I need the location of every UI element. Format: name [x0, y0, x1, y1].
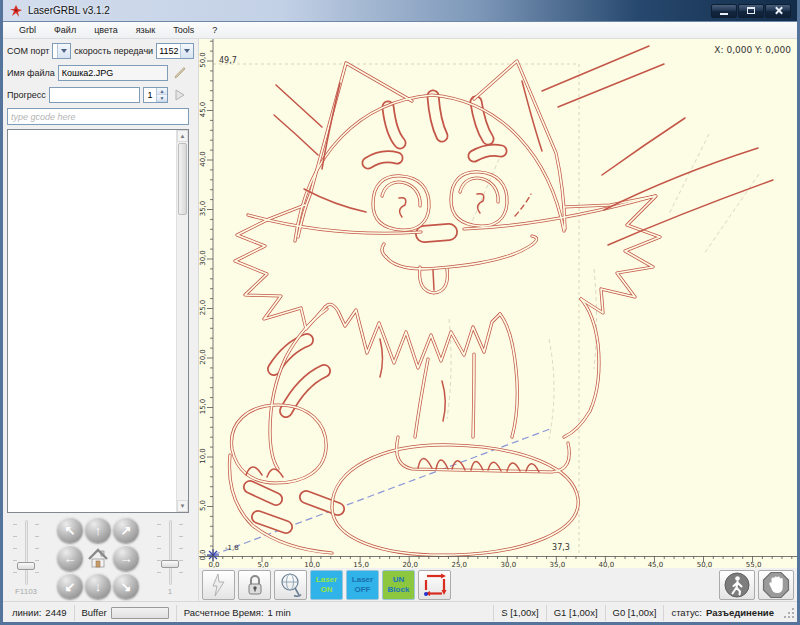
- maximize-button[interactable]: [738, 4, 764, 18]
- ruler-label: 50,0: [697, 561, 713, 568]
- grbl-config-button[interactable]: [274, 570, 307, 600]
- jog-right-button[interactable]: →: [113, 545, 139, 571]
- jog-up-left-button[interactable]: ↖: [57, 517, 83, 543]
- laser-on-button[interactable]: Laser ON: [310, 570, 343, 600]
- ruler-label: 15,0: [199, 399, 207, 415]
- ruler-label: 20,0: [199, 349, 207, 365]
- menu-colors[interactable]: цвета: [86, 23, 126, 37]
- stop-job-button[interactable]: [758, 570, 794, 600]
- edit-file-button[interactable]: [171, 64, 189, 82]
- globe-icon: [279, 572, 303, 598]
- maximize-icon: [747, 7, 755, 14]
- scrollbar-thumb[interactable]: [178, 143, 187, 215]
- step-slider[interactable]: 1: [153, 520, 187, 596]
- jog-home-button[interactable]: [85, 545, 111, 571]
- gcode-input[interactable]: [7, 108, 189, 125]
- position-readout: X: 0,000 Y: 0,000: [714, 45, 791, 55]
- unblock-button[interactable]: UN Block: [382, 570, 415, 600]
- log-scrollbar[interactable]: ▲ ▼: [176, 130, 188, 512]
- bounds-width-label: 37,3: [552, 543, 570, 552]
- baud-select[interactable]: 1152: [156, 43, 194, 59]
- padlock-icon: [244, 573, 266, 597]
- ruler-label: 10,0: [304, 561, 320, 568]
- minimize-button[interactable]: [711, 4, 737, 18]
- ruler-label: 5,0: [199, 500, 207, 511]
- feedrate-label: F1103: [15, 587, 37, 596]
- close-button[interactable]: [765, 4, 791, 18]
- walking-person-icon: [724, 572, 750, 598]
- stepper-down-icon[interactable]: ▼: [157, 95, 167, 102]
- g1-override: G1 [1,00x]: [554, 607, 598, 618]
- lines-value: 2449: [45, 607, 66, 618]
- ruler-label: 10,0: [199, 448, 207, 464]
- time-label: Расчетное Время:: [184, 607, 264, 618]
- menu-file[interactable]: Файл: [46, 23, 84, 37]
- ruler-label: 20,0: [402, 561, 418, 568]
- minimize-icon: [720, 13, 728, 15]
- ruler-label: 35,0: [199, 201, 207, 217]
- scroll-down-icon[interactable]: ▼: [177, 500, 188, 512]
- close-icon: [774, 6, 783, 15]
- progress-field[interactable]: [49, 87, 140, 103]
- menu-help[interactable]: ?: [204, 23, 225, 37]
- com-port-select[interactable]: [52, 43, 71, 59]
- jog-down-button[interactable]: ↓: [85, 573, 111, 599]
- scroll-up-icon[interactable]: ▲: [177, 130, 188, 142]
- menu-tools[interactable]: Tools: [165, 23, 202, 37]
- passes-stepper[interactable]: 1 ▲ ▼: [143, 87, 168, 103]
- buffer-progressbar: [111, 607, 169, 619]
- laser-off-button[interactable]: Laser OFF: [346, 570, 379, 600]
- progress-label: Прогресс: [7, 90, 46, 100]
- s-override: S [1,00x]: [501, 607, 539, 618]
- jog-down-left-button[interactable]: ↙: [57, 573, 83, 599]
- window-title: LaserGRBL v3.1.2: [28, 5, 110, 16]
- laser-canvas[interactable]: 0,05,010,015,020,025,030,035,040,045,050…: [199, 39, 797, 568]
- gcode-log[interactable]: ▲ ▼: [7, 129, 189, 513]
- resize-grip[interactable]: [783, 607, 795, 619]
- run-program-button[interactable]: [171, 86, 189, 104]
- ruler-label: 50,0: [199, 52, 207, 68]
- jog-pad: ↖ ↑ ↗ ← → ↙ ↓ ↘: [57, 517, 139, 599]
- ruler-label: 40,0: [199, 151, 207, 167]
- ruler-label: 0,0: [199, 549, 207, 560]
- work-canvas-svg: 0,05,010,015,020,025,030,035,040,045,050…: [199, 39, 797, 568]
- status-label: статус:: [671, 607, 702, 618]
- ruler-label: 0,0: [208, 561, 219, 568]
- menu-language[interactable]: язык: [128, 23, 163, 37]
- chevron-down-icon: [180, 44, 193, 58]
- lasergrbl-window: LaserGRBL v3.1.2 Grbl Файл цвета язык To…: [0, 0, 800, 625]
- step-label: 1: [168, 587, 172, 596]
- buffer-label: Buffer: [82, 607, 107, 618]
- slider-thumb[interactable]: [161, 560, 179, 568]
- pencil-icon: [173, 66, 187, 80]
- ruler-label: 55,0: [746, 561, 762, 568]
- filename-field[interactable]: Кошка2.JPG: [58, 65, 168, 81]
- lock-button[interactable]: [238, 570, 271, 600]
- slider-thumb[interactable]: [17, 562, 35, 570]
- origin-label: -1,8: [225, 544, 239, 552]
- ruler-label: 25,0: [451, 561, 467, 568]
- stepper-up-icon[interactable]: ▲: [157, 88, 167, 95]
- feedrate-slider[interactable]: F1103: [9, 520, 43, 596]
- baud-label: скорость передачи: [74, 46, 153, 56]
- ruler-label: 45,0: [199, 102, 207, 118]
- menubar: Grbl Файл цвета язык Tools ?: [3, 22, 797, 39]
- jog-down-right-button[interactable]: ↘: [113, 573, 139, 599]
- control-panel: COM порт скорость передачи 1152: [3, 39, 193, 601]
- bottom-toolbar: Laser ON Laser OFF UN Block: [199, 568, 797, 601]
- ruler-label: 35,0: [550, 561, 566, 568]
- titlebar: LaserGRBL v3.1.2: [3, 0, 797, 22]
- run-job-button[interactable]: [719, 570, 755, 600]
- g0-override: G0 [1,00x]: [613, 607, 657, 618]
- jog-up-button[interactable]: ↑: [85, 517, 111, 543]
- trace-frame-button[interactable]: [418, 570, 451, 600]
- connect-grbl-button[interactable]: [202, 570, 235, 600]
- jog-up-right-button[interactable]: ↗: [113, 517, 139, 543]
- jog-controls: F1103 ↖ ↑ ↗ ← →: [7, 517, 189, 601]
- preview-area: 0,05,010,015,020,025,030,035,040,045,050…: [199, 39, 797, 601]
- ruler-label: 25,0: [199, 300, 207, 316]
- lines-label: линии:: [12, 607, 41, 618]
- jog-left-button[interactable]: ←: [57, 545, 83, 571]
- frame-trace-icon: [422, 572, 448, 598]
- menu-grbl[interactable]: Grbl: [11, 23, 44, 37]
